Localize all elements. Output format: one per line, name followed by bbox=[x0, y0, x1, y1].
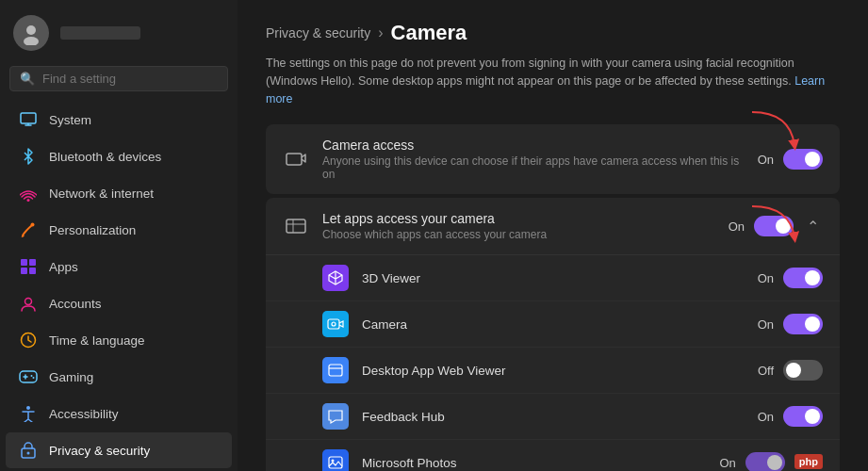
sidebar-item-apps-label: Apps bbox=[49, 260, 78, 274]
app-name-microsoft-photos: Microsoft Photos bbox=[362, 456, 706, 470]
svg-point-1 bbox=[24, 37, 39, 45]
app-toggle-3d-viewer[interactable] bbox=[783, 268, 823, 288]
sidebar-item-personalization-label: Personalization bbox=[49, 223, 136, 237]
time-icon bbox=[19, 331, 38, 349]
svg-rect-28 bbox=[329, 365, 342, 376]
camera-app-icon bbox=[322, 311, 349, 337]
svg-point-5 bbox=[27, 199, 30, 202]
expanded-apps-list: 3D Viewer On Camera bbox=[266, 254, 840, 471]
nav-list: System Bluetooth & devices Network & in bbox=[0, 101, 237, 471]
let-apps-state: On bbox=[729, 219, 745, 234]
monitor-icon bbox=[19, 110, 38, 129]
info-text: The settings on this page do not prevent… bbox=[266, 55, 831, 107]
breadcrumb-separator: › bbox=[378, 24, 383, 41]
accessibility-icon bbox=[19, 404, 38, 423]
camera-access-desc: Anyone using this device can choose if t… bbox=[322, 154, 745, 181]
let-apps-expand-button[interactable]: ⌃ bbox=[803, 216, 823, 237]
svg-point-20 bbox=[27, 452, 30, 455]
sidebar-item-privacy-label: Privacy & security bbox=[49, 444, 150, 458]
app-name-3d-viewer: 3D Viewer bbox=[362, 271, 745, 285]
breadcrumb: Privacy & security › Camera bbox=[266, 21, 840, 45]
sidebar-item-network[interactable]: Network & internet bbox=[6, 175, 232, 211]
svg-point-17 bbox=[33, 377, 35, 379]
sidebar-item-time-label: Time & language bbox=[49, 333, 145, 348]
camera-access-state: On bbox=[758, 153, 774, 167]
svg-point-18 bbox=[26, 406, 30, 410]
brush-icon bbox=[19, 220, 38, 239]
sidebar-item-system[interactable]: System bbox=[6, 102, 232, 138]
svg-rect-8 bbox=[29, 259, 36, 266]
search-icon: 🔍 bbox=[20, 72, 35, 86]
sidebar-item-gaming-label: Gaming bbox=[49, 370, 93, 384]
feedback-hub-icon bbox=[322, 403, 349, 430]
gaming-icon bbox=[19, 367, 38, 386]
page-title: Camera bbox=[391, 21, 467, 45]
let-apps-row[interactable]: Let apps access your camera Choose which… bbox=[266, 198, 840, 254]
camera-access-icon bbox=[283, 146, 309, 172]
sidebar-item-accessibility-label: Accessibility bbox=[49, 407, 119, 421]
app-state-3d-viewer: On bbox=[758, 271, 774, 285]
sidebar-item-bluetooth[interactable]: Bluetooth & devices bbox=[6, 138, 232, 174]
let-apps-title: Let apps access your camera bbox=[322, 211, 715, 226]
sidebar-item-bluetooth-label: Bluetooth & devices bbox=[49, 150, 161, 164]
svg-point-11 bbox=[25, 299, 32, 305]
3d-viewer-icon bbox=[322, 265, 349, 291]
sidebar: 🔍 System Bluetooth & devices bbox=[0, 0, 237, 471]
camera-access-card: Camera access Anyone using this device c… bbox=[266, 124, 840, 194]
sidebar-item-apps[interactable]: Apps bbox=[6, 249, 232, 284]
account-icon bbox=[19, 294, 38, 313]
breadcrumb-parent[interactable]: Privacy & security bbox=[266, 25, 370, 41]
main-content: Privacy & security › Camera The settings… bbox=[237, 0, 868, 471]
sidebar-item-personalization[interactable]: Personalization bbox=[6, 212, 232, 248]
svg-rect-22 bbox=[287, 154, 302, 165]
camera-access-toggle[interactable] bbox=[783, 149, 823, 170]
camera-access-row[interactable]: Camera access Anyone using this device c… bbox=[266, 124, 840, 194]
svg-point-6 bbox=[31, 223, 35, 227]
svg-rect-2 bbox=[21, 113, 36, 123]
microsoft-photos-icon bbox=[322, 449, 349, 471]
app-state-microsoft-photos: On bbox=[719, 456, 735, 470]
sidebar-item-network-label: Network & internet bbox=[49, 187, 154, 201]
desktop-web-viewer-icon bbox=[322, 357, 349, 383]
svg-rect-10 bbox=[29, 268, 36, 274]
search-bar[interactable]: 🔍 bbox=[9, 66, 228, 91]
svg-point-27 bbox=[332, 322, 336, 326]
username bbox=[60, 26, 140, 40]
sidebar-item-system-label: System bbox=[49, 113, 91, 127]
network-icon bbox=[19, 184, 38, 203]
camera-access-title: Camera access bbox=[322, 138, 745, 153]
svg-rect-30 bbox=[329, 457, 342, 468]
app-item-microsoft-photos: Microsoft Photos On php bbox=[266, 439, 840, 471]
user-profile[interactable] bbox=[0, 0, 237, 62]
svg-point-31 bbox=[332, 460, 335, 463]
search-input[interactable] bbox=[42, 72, 218, 86]
svg-rect-26 bbox=[328, 319, 339, 329]
apps-icon bbox=[19, 257, 38, 276]
app-name-camera: Camera bbox=[362, 317, 745, 332]
let-apps-toggle[interactable] bbox=[754, 216, 794, 236]
sidebar-item-gaming[interactable]: Gaming bbox=[6, 359, 232, 395]
sidebar-item-accounts-label: Accounts bbox=[49, 297, 102, 311]
app-name-desktop-web-viewer: Desktop App Web Viewer bbox=[362, 364, 745, 378]
privacy-icon bbox=[19, 441, 38, 460]
app-toggle-desktop-web-viewer[interactable] bbox=[783, 360, 823, 381]
app-state-camera: On bbox=[758, 317, 774, 332]
sidebar-item-privacy[interactable]: Privacy & security bbox=[6, 432, 232, 468]
app-name-feedback-hub: Feedback Hub bbox=[362, 410, 745, 424]
let-apps-card: Let apps access your camera Choose which… bbox=[266, 198, 840, 471]
svg-rect-9 bbox=[21, 268, 27, 274]
app-toggle-camera[interactable] bbox=[783, 314, 823, 334]
sidebar-item-accounts[interactable]: Accounts bbox=[6, 285, 232, 321]
sidebar-item-accessibility[interactable]: Accessibility bbox=[6, 396, 232, 431]
svg-rect-13 bbox=[20, 371, 37, 382]
app-item-3d-viewer: 3D Viewer On bbox=[266, 255, 840, 300]
avatar bbox=[13, 15, 49, 51]
svg-rect-7 bbox=[21, 259, 27, 266]
app-toggle-microsoft-photos[interactable] bbox=[745, 452, 785, 471]
php-badge: php bbox=[794, 454, 823, 469]
app-state-feedback-hub: On bbox=[758, 410, 774, 424]
bluetooth-icon bbox=[19, 147, 38, 166]
sidebar-item-time[interactable]: Time & language bbox=[6, 322, 232, 358]
svg-point-0 bbox=[26, 25, 36, 35]
app-toggle-feedback-hub[interactable] bbox=[783, 406, 823, 427]
